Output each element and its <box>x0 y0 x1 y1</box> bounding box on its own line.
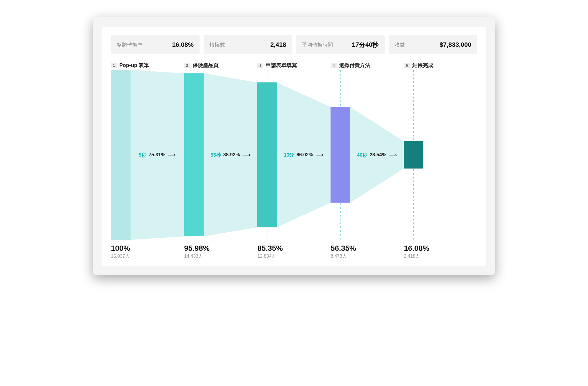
kpi-avg-time: 平均轉換時間 17分40秒 <box>296 35 385 54</box>
kpi-overall-rate: 整體轉換率 16.08% <box>111 35 200 54</box>
kpi-label: 平均轉換時間 <box>302 41 333 48</box>
funnel-bar <box>331 107 350 203</box>
kpi-value: 16.08% <box>172 41 194 49</box>
funnel-flow <box>204 73 258 236</box>
step-number-badge: 5 <box>404 63 410 68</box>
step-count: 8,473人 <box>331 253 404 259</box>
funnel-panel: 整體轉換率 16.08% 轉換數 2,418 平均轉換時間 17分40秒 收益 … <box>102 27 486 266</box>
kpi-label: 整體轉換率 <box>117 41 143 48</box>
kpi-value: $7,833,000 <box>440 41 471 49</box>
step-number-badge: 1 <box>111 63 117 68</box>
step-number-badge: 4 <box>331 63 337 68</box>
step-name: 結帳完成 <box>412 62 433 69</box>
step-percent: 16.08% <box>404 244 477 253</box>
step-percent: 56.35% <box>331 244 404 253</box>
funnel-bar <box>257 82 277 227</box>
step-percent: 85.35% <box>257 244 331 253</box>
step-count: 2,418人 <box>404 253 477 259</box>
funnel-flow <box>277 82 331 227</box>
step-header: 1 Pop-up 表單 <box>111 62 184 69</box>
step-name: 申請表單填寫 <box>266 62 297 69</box>
kpi-label: 轉換數 <box>209 41 225 48</box>
steps-header: 1 Pop-up 表單 2 保險產品頁 3 申請表單填寫 4 選擇付費方法 5 … <box>111 62 477 69</box>
step-header: 2 保險產品頁 <box>184 62 258 69</box>
step-percent: 100% <box>111 244 184 253</box>
kpi-row: 整體轉換率 16.08% 轉換數 2,418 平均轉換時間 17分40秒 收益 … <box>111 35 477 54</box>
kpi-value: 2,418 <box>270 41 286 49</box>
funnel-flow <box>350 107 404 203</box>
step-footer: 56.35% 8,473人 <box>331 244 404 259</box>
kpi-revenue: 收益 $7,833,000 <box>389 35 477 54</box>
step-name: Pop-up 表單 <box>119 62 149 69</box>
step-number-badge: 2 <box>184 63 190 68</box>
funnel-svg <box>111 70 477 240</box>
kpi-conversions: 轉換數 2,418 <box>204 35 292 54</box>
step-footer: 95.98% 14,433人 <box>184 244 258 259</box>
step-footer: 85.35% 12,834人 <box>257 244 331 259</box>
step-name: 選擇付費方法 <box>339 62 370 69</box>
step-count: 14,433人 <box>184 253 258 259</box>
step-count: 12,834人 <box>257 253 331 259</box>
funnel-bar <box>184 73 204 236</box>
step-footer: 100% 15,037人 <box>111 244 184 259</box>
kpi-label: 收益 <box>395 41 405 48</box>
step-percent: 95.98% <box>184 244 258 253</box>
step-header: 5 結帳完成 <box>404 62 477 69</box>
kpi-value: 17分40秒 <box>352 40 379 49</box>
funnel-bar <box>111 70 131 240</box>
funnel-plot: 5秒75.31%⟶55秒88.92%⟶16分66.02%⟶40秒28.54%⟶ <box>111 70 477 240</box>
steps-footer: 100% 15,037人 95.98% 14,433人 85.35% 12,83… <box>111 244 477 259</box>
funnel-bar <box>404 141 423 169</box>
step-footer: 16.08% 2,418人 <box>404 244 477 259</box>
step-count: 15,037人 <box>111 253 184 259</box>
step-header: 4 選擇付費方法 <box>331 62 404 69</box>
step-number-badge: 3 <box>257 63 263 68</box>
card-frame: 整體轉換率 16.08% 轉換數 2,418 平均轉換時間 17分40秒 收益 … <box>93 17 495 275</box>
funnel-flow <box>131 70 184 240</box>
step-name: 保險產品頁 <box>193 62 219 69</box>
step-header: 3 申請表單填寫 <box>257 62 331 69</box>
